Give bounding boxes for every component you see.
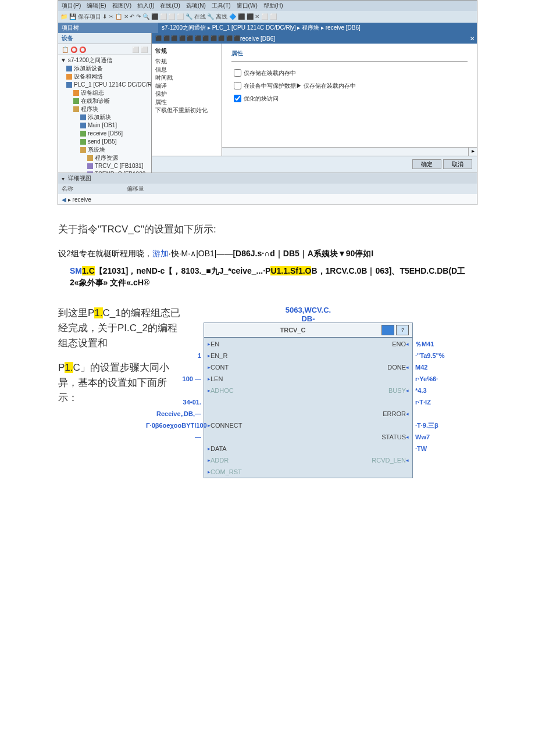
dialog-buttons: 确定 取消: [152, 156, 477, 173]
help-icon[interactable]: ？: [396, 325, 409, 335]
block-tab-row: TRCV_C ？: [204, 323, 413, 338]
block-input-label: [146, 338, 201, 350]
tree-node[interactable]: 系统块: [58, 146, 151, 154]
menu-item[interactable]: 选项(N): [186, 2, 206, 10]
opt-loadmem[interactable]: [234, 69, 241, 77]
breadcrumb: s7-1200之间通信 ▸ PLC_1 [CPU 1214C DC/DC/Rly…: [158, 23, 477, 33]
menu-item[interactable]: 帮助(H): [263, 2, 283, 10]
tree-node[interactable]: Main [OB1]: [58, 121, 151, 130]
detail-row[interactable]: ◀ ▸ receive: [58, 194, 477, 205]
block-port-row: ▸DATA: [204, 443, 412, 454]
block-output-label: ％M41: [415, 338, 465, 350]
block-input-label: Receive„DB,—: [146, 408, 201, 420]
properties-nav[interactable]: 常规 常规 信息 时间戳 编译 保护 属性 下载但不重新初始化: [152, 44, 222, 156]
toolbar[interactable]: 📁 💾 保存项目 ⬇ ✂ 📋 ✕ ↶ ↷ 🔍 ⬛ ⬜ ⬜ ⬜ 🔧 在线 🔧 离线…: [58, 11, 477, 23]
config-icon[interactable]: [381, 325, 394, 335]
block-port-row: STATUS◂: [204, 431, 412, 443]
ide-window: 项目(P) 编辑(E) 视图(V) 插入(I) 在线(O) 选项(N) 工具(T…: [58, 0, 477, 205]
block-input-label: [146, 431, 201, 443]
block-port-row: ▸ADHOCBUSY◂: [204, 385, 412, 396]
menu-item[interactable]: 窗口(W): [237, 2, 258, 10]
block-port-row: ▸LEN: [204, 373, 412, 385]
tree-node[interactable]: 添加新块: [58, 113, 151, 121]
nav-item[interactable]: 信息: [155, 66, 218, 74]
device-tab[interactable]: 设备: [58, 33, 151, 44]
tree-node[interactable]: 程序资源: [58, 154, 151, 162]
properties-panel: 属性 仅存储在装载内存中 在设备中写保护数据▶ 仅存储在装载内存中 优化的块访问…: [222, 44, 477, 156]
block-port-row: ▸CONTDONE◂: [204, 361, 412, 373]
project-tree[interactable]: 设备 📋 ⭕ ⭕ ⬜ ⬜ ▼ s7-1200之间通信添加新设备设备和网络PLC_…: [58, 33, 152, 173]
opt-writeprotect[interactable]: [234, 82, 241, 89]
block-output-label: [415, 408, 465, 420]
ok-button[interactable]: 确定: [412, 159, 441, 169]
editor-tab[interactable]: ⬛ ⬛ ⬛ ⬛ ⬛ ⬛ ⬛ ⬛ ⬛ ⬛ ⬛receive [DB6]✕: [152, 33, 477, 44]
nav-item[interactable]: 常规: [155, 58, 218, 66]
tree-node[interactable]: 程序块: [58, 105, 151, 113]
block-input-label: [146, 361, 201, 373]
menubar[interactable]: 项目(P) 编辑(E) 视图(V) 插入(I) 在线(O) 选项(N) 工具(T…: [58, 1, 477, 11]
tree-node[interactable]: ▼ s7-1200之间通信: [58, 56, 151, 65]
opt-optimized[interactable]: [234, 95, 241, 102]
block-port-row: ▸COM_RST: [204, 466, 412, 478]
block-output-label: ·TW: [415, 443, 465, 454]
block-output-label: r·T·IZ: [415, 396, 465, 408]
block-output-label: r·Ye%6·: [415, 373, 465, 385]
block-port-row: ERROR◂: [204, 408, 412, 420]
block-output-label: Ww7: [415, 431, 465, 443]
block-output-label: ·T·9.三β: [415, 420, 465, 431]
menu-item[interactable]: 在线(O): [160, 2, 180, 10]
cancel-button[interactable]: 取消: [443, 159, 472, 169]
block-port-row: ▸CONNECT: [204, 420, 412, 431]
tree-node[interactable]: TRCV_C [FB1031]: [58, 162, 151, 170]
menu-item[interactable]: 插入(I): [137, 2, 154, 10]
menu-item[interactable]: 编辑(E): [87, 2, 106, 10]
project-tree-title: 项目树: [58, 23, 158, 33]
block-input-label: 100 —: [146, 373, 201, 385]
nav-item[interactable]: 时间戳: [155, 74, 218, 82]
nav-header: 常规: [155, 47, 218, 55]
nav-item[interactable]: 保护: [155, 90, 218, 98]
block-input-label: Γ·0β6oeχooBYTI100—: [146, 420, 201, 431]
block-diagram: 5063,WCV.C.DB- TRCV_C ？ 1100 —34•01.Rece…: [204, 306, 413, 478]
block-output-label: ·"Ta9.5"%: [415, 350, 465, 361]
block-input-label: 34•01.: [146, 396, 201, 408]
block-title: 5063,WCV.C.DB-: [204, 306, 413, 323]
block-input-label: 1: [146, 350, 201, 361]
block-output-label: *4.3: [415, 385, 465, 396]
block-port-row: ▸ADDRRCVD_LEN◂: [204, 454, 412, 466]
paragraph-2: SM1.C【21031]，neND-c【，8103._■九J_*ceive_..…: [70, 265, 477, 288]
block-input-label: [146, 385, 201, 396]
menu-item[interactable]: 项目(P): [62, 2, 81, 10]
block-port-row: ▸ENENO◂: [204, 338, 412, 350]
detail-panel: ▾详细视图 名称偏移量 ◀ ▸ receive: [58, 173, 477, 205]
col-name: 名称: [58, 184, 123, 194]
tree-node[interactable]: 设备和网络: [58, 73, 151, 81]
nav-item[interactable]: 属性: [155, 98, 218, 106]
tree-node[interactable]: send [DB5]: [58, 138, 151, 146]
menu-item[interactable]: 视图(V): [112, 2, 131, 10]
tree-node[interactable]: 设备组态: [58, 89, 151, 97]
nav-item[interactable]: 编译: [155, 82, 218, 90]
panel-title: 属性: [231, 49, 468, 58]
col-offset: 偏移量: [123, 184, 148, 194]
nav-item[interactable]: 下载但不重新初始化: [155, 106, 218, 114]
block-output-label: M42: [415, 361, 465, 373]
menu-item[interactable]: 工具(T): [212, 2, 231, 10]
tree-node[interactable]: PLC_1 [CPU 1214C DC/DC/Rly]: [58, 81, 151, 89]
tree-node[interactable]: TSEND_C [FB1030…: [58, 170, 151, 173]
caption: 关于指令"TRCV_C"的设置如下所示:: [58, 223, 477, 236]
block-port-row: [204, 396, 412, 408]
close-icon[interactable]: ✕: [470, 35, 475, 42]
paragraph-1: 设2组专在就梃昕程用晓，游加·快·M·∧|OB1|——[D86J.s·∩d｜DB…: [58, 248, 477, 259]
chevron-down-icon[interactable]: ▾: [62, 175, 65, 182]
tree-node[interactable]: receive [DB6]: [58, 130, 151, 138]
block-port-row: ▸EN_R: [204, 350, 412, 361]
tree-node[interactable]: 在线和诊断: [58, 97, 151, 105]
tree-node[interactable]: 添加新设备: [58, 65, 151, 73]
tree-toolbar[interactable]: 📋 ⭕ ⭕ ⬜ ⬜: [58, 44, 151, 55]
